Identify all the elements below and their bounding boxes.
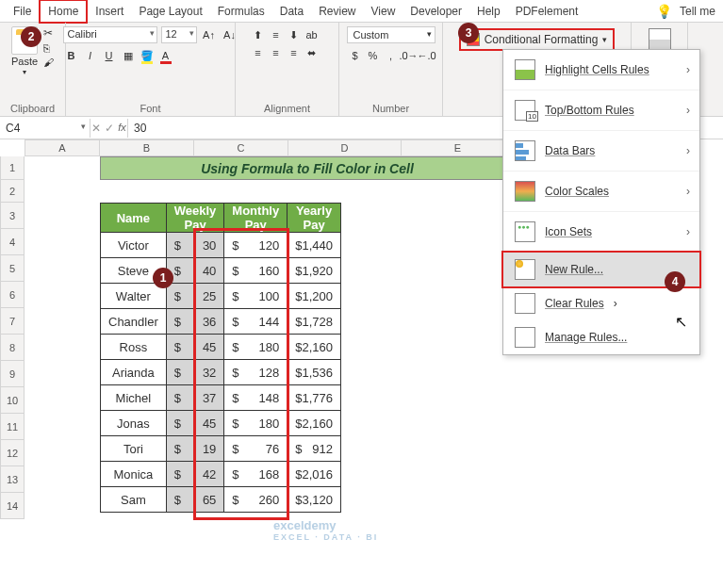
tab-review[interactable]: Review xyxy=(311,1,363,22)
tab-insert[interactable]: Insert xyxy=(88,1,131,22)
cell-monthly[interactable]: $160 xyxy=(224,258,288,284)
cell-monthly[interactable]: $148 xyxy=(224,385,288,411)
cell-weekly[interactable]: $42 xyxy=(166,462,224,487)
cell-yearly[interactable]: $1,440 xyxy=(288,233,341,258)
tab-formulas[interactable]: Formulas xyxy=(210,1,272,22)
cells-icon[interactable] xyxy=(649,28,671,51)
cell-weekly[interactable]: $32 xyxy=(166,360,224,385)
cell-yearly[interactable]: $2,016 xyxy=(288,462,341,487)
tab-data[interactable]: Data xyxy=(272,1,311,22)
align-center-icon[interactable]: ≡ xyxy=(268,44,285,61)
cell-weekly[interactable]: $37 xyxy=(166,385,224,411)
align-top-icon[interactable]: ⬆ xyxy=(250,26,267,43)
column-header-D[interactable]: D xyxy=(288,139,402,156)
cell-weekly[interactable]: $45 xyxy=(166,411,224,436)
cell-monthly[interactable]: $144 xyxy=(224,309,288,335)
font-size-select[interactable]: 12 xyxy=(161,26,197,43)
comma-icon[interactable]: , xyxy=(383,47,400,64)
cancel-icon[interactable]: ✕ xyxy=(91,122,101,135)
header-weekly[interactable]: Weekly Pay xyxy=(166,204,224,233)
cell-weekly[interactable]: $36 xyxy=(166,309,224,335)
row-header-13[interactable]: 13 xyxy=(0,466,25,493)
cell-weekly[interactable]: $40 xyxy=(166,258,224,284)
header-yearly[interactable]: Yearly Pay xyxy=(288,204,341,233)
header-name[interactable]: Name xyxy=(101,204,167,233)
bold-button[interactable]: B xyxy=(63,47,80,64)
row-header-7[interactable]: 7 xyxy=(0,308,25,335)
row-header-11[interactable]: 11 xyxy=(0,414,25,440)
column-header-C[interactable]: C xyxy=(194,139,288,156)
cell-yearly[interactable]: $912 xyxy=(288,436,341,462)
cell-monthly[interactable]: $180 xyxy=(224,411,288,436)
font-name-select[interactable]: Calibri xyxy=(63,26,157,43)
conditional-formatting-button[interactable]: Conditional Formatting ▾ xyxy=(459,28,616,51)
italic-button[interactable]: I xyxy=(82,47,99,64)
row-header-5[interactable]: 5 xyxy=(0,255,25,282)
cell-name[interactable]: Victor xyxy=(101,233,167,258)
decrease-decimal-icon[interactable]: ←.0 xyxy=(419,47,435,64)
tab-pagelayout[interactable]: Page Layout xyxy=(131,1,209,22)
fx-button[interactable]: ✕ ✓ fx xyxy=(90,119,128,138)
row-header-3[interactable]: 3 xyxy=(0,203,25,229)
cut-icon[interactable]: ✂ xyxy=(43,26,54,40)
row-header-9[interactable]: 9 xyxy=(0,361,25,387)
cell-name[interactable]: Ross xyxy=(101,335,167,360)
cell-name[interactable]: Walter xyxy=(101,284,167,309)
tab-home[interactable]: Home xyxy=(39,0,88,24)
cell-weekly[interactable]: $45 xyxy=(166,335,224,360)
cell-yearly[interactable]: $2,160 xyxy=(288,335,341,360)
merge-icon[interactable]: ⬌ xyxy=(304,44,320,61)
cf-databars[interactable]: Data Bars › xyxy=(503,131,699,172)
border-button[interactable]: ▦ xyxy=(120,47,137,64)
fill-color-button[interactable]: 🪣 xyxy=(139,47,156,64)
underline-button[interactable]: U xyxy=(101,47,118,64)
currency-icon[interactable]: $ xyxy=(347,47,364,64)
tab-developer[interactable]: Developer xyxy=(403,1,469,22)
tab-view[interactable]: View xyxy=(364,1,403,22)
cf-topbottom-rules[interactable]: Top/Bottom Rules › xyxy=(503,90,699,131)
header-monthly[interactable]: Monthly Pay xyxy=(224,204,288,233)
cell-monthly[interactable]: $128 xyxy=(224,360,288,385)
cf-iconsets[interactable]: Icon Sets › xyxy=(503,212,699,253)
row-header-4[interactable]: 4 xyxy=(0,229,25,255)
cell-name[interactable]: Tori xyxy=(101,436,167,462)
cell-monthly[interactable]: $100 xyxy=(224,284,288,309)
increase-decimal-icon[interactable]: .0→ xyxy=(401,47,418,64)
cell-yearly[interactable]: $1,920 xyxy=(288,258,341,284)
column-header-B[interactable]: B xyxy=(100,139,194,156)
cell-weekly[interactable]: $65 xyxy=(166,487,224,513)
row-header-14[interactable]: 14 xyxy=(0,493,25,519)
tab-file[interactable]: File xyxy=(6,1,39,22)
row-header-2[interactable]: 2 xyxy=(0,180,25,203)
cf-highlight-rules[interactable]: Highlight Cells Rules › xyxy=(503,50,699,90)
number-format-select[interactable]: Custom xyxy=(347,26,435,43)
wrap-text-icon[interactable]: ab xyxy=(304,26,320,43)
row-header-12[interactable]: 12 xyxy=(0,440,25,466)
cell-weekly[interactable]: $19 xyxy=(166,436,224,462)
name-box[interactable]: C4 xyxy=(0,119,90,138)
tab-help[interactable]: Help xyxy=(469,1,508,22)
cell-name[interactable]: Michel xyxy=(101,385,167,411)
row-header-8[interactable]: 8 xyxy=(0,335,25,361)
cell-yearly[interactable]: $2,160 xyxy=(288,411,341,436)
cell-monthly[interactable]: $76 xyxy=(224,436,288,462)
cell-yearly[interactable]: $1,536 xyxy=(288,360,341,385)
cell-yearly[interactable]: $1,776 xyxy=(288,385,341,411)
align-bottom-icon[interactable]: ⬇ xyxy=(286,26,303,43)
cf-colorscales[interactable]: Color Scales › xyxy=(503,172,699,212)
cell-name[interactable]: Arianda xyxy=(101,360,167,385)
align-right-icon[interactable]: ≡ xyxy=(286,44,303,61)
column-header-A[interactable]: A xyxy=(25,139,100,156)
cell-monthly[interactable]: $120 xyxy=(224,233,288,258)
cell-weekly[interactable]: $30 xyxy=(166,233,224,258)
row-header-6[interactable]: 6 xyxy=(0,282,25,308)
cell-name[interactable]: Sam xyxy=(101,487,167,513)
cf-clear-rules[interactable]: Clear Rules › xyxy=(503,286,699,320)
align-middle-icon[interactable]: ≡ xyxy=(268,26,285,43)
cell-yearly[interactable]: $1,200 xyxy=(288,284,341,309)
tab-pdfelement[interactable]: PDFelement xyxy=(508,1,586,22)
percent-icon[interactable]: % xyxy=(365,47,382,64)
increase-font-icon[interactable]: A↑ xyxy=(201,26,218,43)
align-left-icon[interactable]: ≡ xyxy=(250,44,267,61)
copy-icon[interactable]: ⎘ xyxy=(43,42,54,54)
